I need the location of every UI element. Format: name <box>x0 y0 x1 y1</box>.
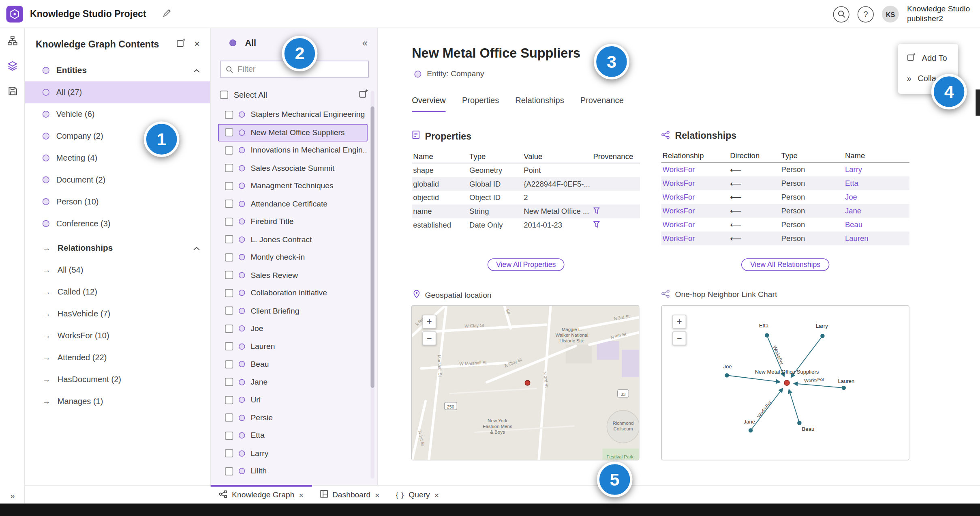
entity-filter-item[interactable]: Document (2) <box>25 169 210 191</box>
item-checkbox[interactable] <box>225 129 233 137</box>
item-checkbox[interactable] <box>225 378 233 386</box>
tab-relationships[interactable]: Relationships <box>515 96 564 112</box>
bottom-tab-dashboard[interactable]: Dashboard× <box>312 486 388 504</box>
person-node[interactable] <box>842 386 846 390</box>
search-button[interactable] <box>833 6 849 22</box>
relationship-filter-item[interactable]: →HasVehicle (7) <box>25 303 210 325</box>
relationship-filter-item[interactable]: →Called (12) <box>25 281 210 303</box>
graph-list-item[interactable]: Collaboration initiative <box>218 284 368 302</box>
item-checkbox[interactable] <box>225 432 233 440</box>
map-zoom-in-button[interactable]: + <box>422 315 436 329</box>
item-checkbox[interactable] <box>225 289 233 297</box>
expand-rail-icon[interactable]: » <box>0 491 25 501</box>
select-all-checkbox[interactable] <box>220 90 228 99</box>
graph-list-item[interactable]: Innovations in Mechanical Engin... <box>218 142 368 159</box>
graph-list-item[interactable]: Uri <box>218 391 368 409</box>
add-to-menu-item[interactable]: Add To <box>898 47 958 68</box>
graph-list-item[interactable]: Managment Techniques <box>218 177 368 195</box>
layers-icon[interactable] <box>0 53 25 78</box>
item-checkbox[interactable] <box>225 325 233 333</box>
entity-filter-item[interactable]: Meeting (4) <box>25 147 210 169</box>
map-zoom-out-button[interactable]: − <box>422 331 436 345</box>
graph-list-item[interactable]: Sales Review <box>218 266 368 284</box>
catalog-icon[interactable] <box>0 28 25 53</box>
graph-list-item[interactable]: Lilith <box>218 462 368 480</box>
add-item-icon[interactable] <box>359 89 368 100</box>
center-node[interactable] <box>784 380 790 385</box>
graph-list-item[interactable]: Jane <box>218 373 368 391</box>
related-entity-link[interactable]: Beau <box>845 220 908 229</box>
view-all-relationships-button[interactable]: View All Relationships <box>741 258 829 271</box>
graph-list-item[interactable]: Firebird Title <box>218 213 368 230</box>
entities-section-header[interactable]: Entities <box>25 59 210 81</box>
link-chart-canvas[interactable]: WorksForWorksForWorksForEttaLarryJoeLaur… <box>662 306 909 460</box>
relationship-filter-item[interactable]: →All (54) <box>25 259 210 281</box>
user-menu[interactable]: Knowledge Studio publisher2 <box>907 4 970 24</box>
person-node[interactable] <box>765 333 769 337</box>
entity-filter-item[interactable]: All (27) <box>25 81 210 103</box>
graph-list-item[interactable]: New Metal Office Suppliers <box>218 124 368 142</box>
item-checkbox[interactable] <box>225 111 233 119</box>
item-checkbox[interactable] <box>225 164 233 172</box>
map-canvas[interactable]: k RdW Clay StMarshall StW Marshall StE C… <box>412 306 639 460</box>
scrollbar-thumb[interactable] <box>370 106 374 388</box>
person-node[interactable] <box>749 428 753 432</box>
chevron-up-icon[interactable] <box>193 66 200 75</box>
provenance-icon[interactable] <box>593 221 600 228</box>
graph-list-item[interactable]: Montly check-in <box>218 248 368 266</box>
entity-filter-item[interactable]: Company (2) <box>25 125 210 147</box>
person-node[interactable] <box>797 421 801 425</box>
tab-close-icon[interactable]: × <box>434 490 439 499</box>
item-checkbox[interactable] <box>225 342 233 350</box>
graph-list-item[interactable]: L. Jones Contract <box>218 230 368 248</box>
item-checkbox[interactable] <box>225 271 233 279</box>
relationship-type-link[interactable]: WorksFor <box>663 206 730 215</box>
item-checkbox[interactable] <box>225 200 233 208</box>
close-panel-icon[interactable]: × <box>194 38 200 49</box>
entity-filter-item[interactable]: Conference (3) <box>25 213 210 234</box>
link-chart[interactable]: + − WorksForWorksForWorksForEttaLarryJoe… <box>661 305 909 460</box>
graph-list-item[interactable]: Attendance Certificate <box>218 195 368 213</box>
collapse-panel-icon[interactable]: « <box>362 37 368 48</box>
relationship-filter-item[interactable]: →HasDocument (2) <box>25 368 210 390</box>
relationship-filter-item[interactable]: →Manages (1) <box>25 390 210 412</box>
add-item-icon[interactable] <box>176 38 185 49</box>
tab-close-icon[interactable]: × <box>375 490 380 499</box>
related-entity-link[interactable]: Joe <box>845 193 908 202</box>
graph-list-item[interactable]: Etta <box>218 427 368 445</box>
user-avatar[interactable]: KS <box>882 6 899 23</box>
app-logo-icon[interactable] <box>6 6 23 23</box>
item-checkbox[interactable] <box>225 217 233 226</box>
item-checkbox[interactable] <box>225 449 233 458</box>
save-icon[interactable] <box>0 78 25 103</box>
entity-filter-item[interactable]: Person (10) <box>25 191 210 213</box>
relationship-type-link[interactable]: WorksFor <box>663 165 730 174</box>
edit-title-icon[interactable] <box>163 9 171 20</box>
item-checkbox[interactable] <box>225 360 233 368</box>
entity-filter-item[interactable]: Vehicle (6) <box>25 103 210 125</box>
relationship-filter-item[interactable]: →Attended (22) <box>25 346 210 368</box>
tab-close-icon[interactable]: × <box>299 490 304 499</box>
item-checkbox[interactable] <box>225 414 233 422</box>
relationship-type-link[interactable]: WorksFor <box>663 193 730 202</box>
chevron-up-icon[interactable] <box>193 243 200 253</box>
chart-zoom-in-button[interactable]: + <box>672 315 686 329</box>
bottom-tab-query[interactable]: { }Query× <box>388 486 447 504</box>
item-checkbox[interactable] <box>225 182 233 190</box>
chart-zoom-out-button[interactable]: − <box>672 331 686 345</box>
related-entity-link[interactable]: Lauren <box>845 234 908 243</box>
scrollbar-thumb[interactable] <box>976 90 980 116</box>
geospatial-map[interactable]: + − <box>411 305 640 460</box>
view-all-properties-button[interactable]: View All Properties <box>487 258 565 271</box>
item-checkbox[interactable] <box>225 146 233 154</box>
item-checkbox[interactable] <box>225 235 233 243</box>
tab-properties[interactable]: Properties <box>462 96 499 112</box>
provenance-icon[interactable] <box>593 207 600 215</box>
scrollbar[interactable] <box>370 91 374 479</box>
graph-list-item[interactable]: Sales Associate Summit <box>218 159 368 177</box>
item-checkbox[interactable] <box>225 467 233 475</box>
graph-list-item[interactable]: Lauren <box>218 338 368 355</box>
person-node[interactable] <box>725 373 729 377</box>
relationship-type-link[interactable]: WorksFor <box>663 234 730 243</box>
relationship-type-link[interactable]: WorksFor <box>663 179 730 188</box>
